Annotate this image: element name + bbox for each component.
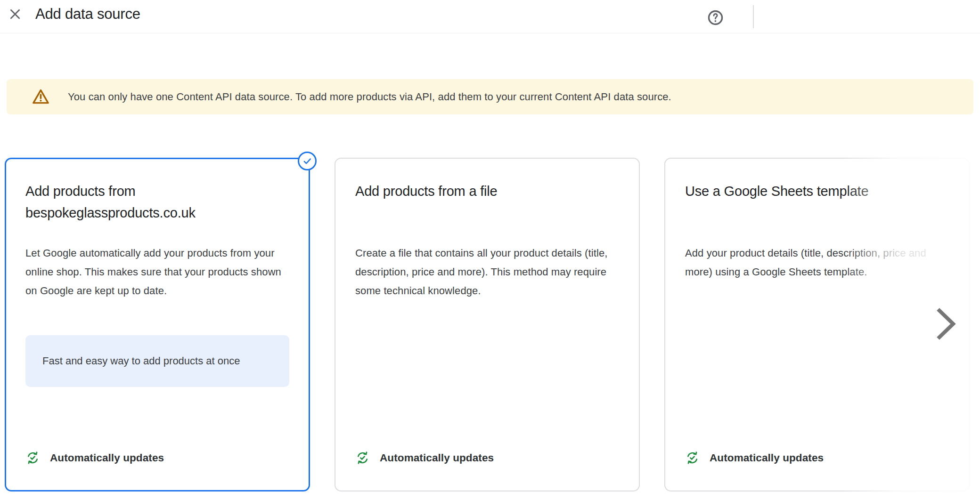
carousel-next-button[interactable] bbox=[932, 305, 958, 343]
dialog-header: Add data source bbox=[0, 0, 980, 33]
sync-check-icon bbox=[685, 451, 700, 465]
sync-check-icon bbox=[355, 451, 370, 465]
warning-banner: You can only have one Content API data s… bbox=[7, 79, 973, 114]
check-circle-icon bbox=[302, 155, 313, 167]
data-source-card-file[interactable]: Add products from a file Create a file t… bbox=[335, 158, 640, 491]
card-footer: Automatically updates bbox=[685, 451, 949, 465]
warning-triangle-icon bbox=[32, 88, 50, 106]
help-button[interactable] bbox=[704, 6, 727, 29]
data-source-card-sheets[interactable]: Use a Google Sheets template Add your pr… bbox=[664, 158, 970, 491]
card-description: Let Google automatically add your produc… bbox=[25, 244, 289, 300]
page-title: Add data source bbox=[35, 5, 140, 24]
sync-check-icon bbox=[25, 451, 40, 465]
card-title: Add products from bespokeglassproducts.c… bbox=[25, 180, 289, 244]
help-icon bbox=[707, 9, 724, 26]
auto-update-label: Automatically updates bbox=[380, 452, 494, 464]
data-source-options: Add products from bespokeglassproducts.c… bbox=[5, 158, 970, 491]
card-footer: Automatically updates bbox=[355, 451, 619, 465]
auto-update-label: Automatically updates bbox=[710, 452, 824, 464]
close-icon bbox=[8, 7, 23, 22]
card-description: Create a file that contains all your pro… bbox=[355, 244, 619, 300]
card-footer: Automatically updates bbox=[25, 451, 289, 465]
card-highlight: Fast and easy way to add products at onc… bbox=[25, 335, 289, 387]
close-button[interactable] bbox=[4, 3, 26, 25]
card-title: Use a Google Sheets template bbox=[685, 180, 949, 244]
card-title: Add products from a file bbox=[355, 180, 619, 244]
auto-update-label: Automatically updates bbox=[50, 452, 164, 464]
selected-badge bbox=[298, 152, 317, 170]
chevron-right-icon bbox=[934, 307, 956, 341]
data-source-card-website[interactable]: Add products from bespokeglassproducts.c… bbox=[5, 158, 310, 491]
card-description: Add your product details (title, descrip… bbox=[685, 244, 949, 282]
warning-banner-text: You can only have one Content API data s… bbox=[68, 91, 671, 103]
header-divider bbox=[753, 5, 754, 28]
